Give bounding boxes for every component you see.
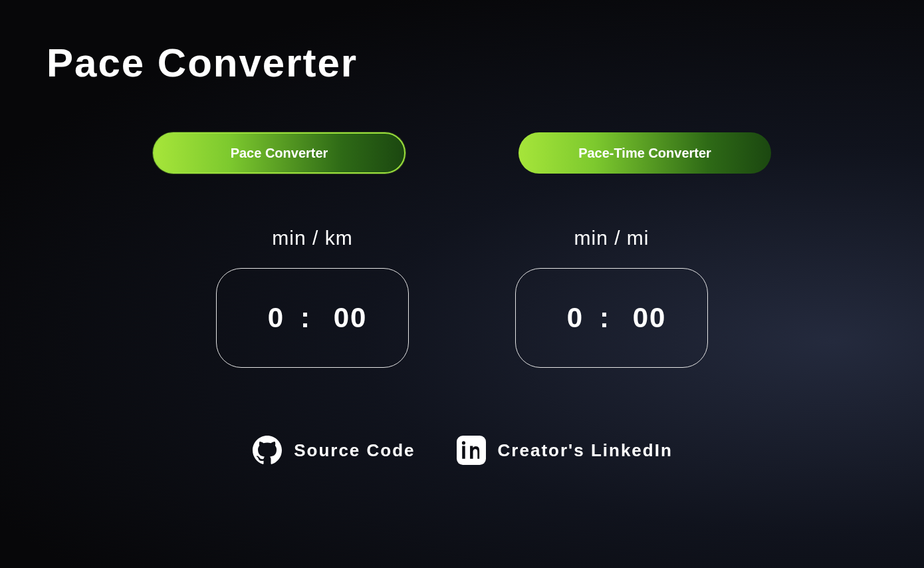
km-minutes-input[interactable] bbox=[251, 302, 285, 334]
linkedin-link[interactable]: Creator's LinkedIn bbox=[455, 434, 673, 466]
inputs-row: min / km : min / mi : bbox=[0, 227, 924, 368]
min-per-mi-box: : bbox=[515, 268, 708, 368]
linkedin-icon bbox=[455, 434, 487, 466]
mi-seconds-input[interactable] bbox=[626, 302, 673, 334]
km-seconds-input[interactable] bbox=[327, 302, 374, 334]
min-per-mi-label: min / mi bbox=[574, 227, 649, 249]
time-separator: : bbox=[300, 302, 311, 334]
linkedin-label: Creator's LinkedIn bbox=[498, 440, 673, 461]
source-code-link[interactable]: Source Code bbox=[251, 434, 415, 466]
min-per-km-box: : bbox=[216, 268, 409, 368]
tab-pace-time-converter[interactable]: Pace-Time Converter bbox=[519, 132, 771, 174]
time-separator: : bbox=[600, 302, 610, 334]
min-per-km-label: min / km bbox=[272, 227, 352, 249]
page-title: Pace Converter bbox=[0, 0, 924, 86]
min-per-km-group: min / km : bbox=[216, 227, 409, 368]
footer: Source Code Creator's LinkedIn bbox=[0, 434, 924, 466]
source-code-label: Source Code bbox=[294, 440, 415, 461]
github-icon bbox=[251, 434, 283, 466]
min-per-mi-group: min / mi : bbox=[515, 227, 708, 368]
tab-bar: Pace Converter Pace-Time Converter bbox=[0, 132, 924, 174]
mi-minutes-input[interactable] bbox=[550, 302, 584, 334]
tab-pace-converter[interactable]: Pace Converter bbox=[153, 132, 405, 174]
